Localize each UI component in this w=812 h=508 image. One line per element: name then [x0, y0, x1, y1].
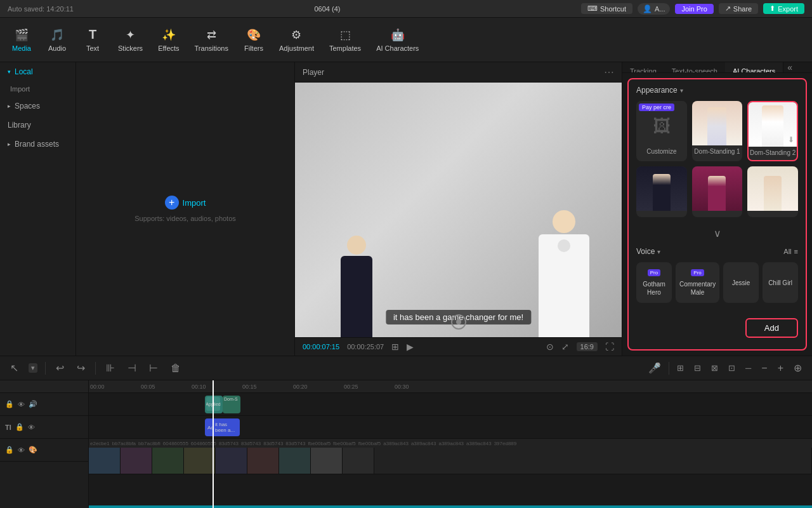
crop-button[interactable]: ⤢ [561, 342, 569, 352]
undo-button[interactable]: ↩ [53, 361, 67, 375]
timeline-tool-4[interactable]: ⊡ [726, 362, 738, 374]
play-button[interactable]: ▶ [407, 342, 414, 352]
playhead[interactable] [213, 380, 214, 508]
user-avatar[interactable]: 👤 A... [638, 3, 671, 15]
trim-left-button[interactable]: ⊣ [125, 361, 139, 375]
timeline-add-button[interactable]: ⊕ [791, 361, 804, 375]
clip-applied[interactable]: Applied [205, 396, 223, 413]
join-pro-button[interactable]: Join Pro [675, 4, 713, 14]
char-card-customize[interactable]: Pay per cre 🖼 Customize [636, 101, 687, 161]
share-button[interactable]: ↗ Share [719, 3, 758, 14]
nav-spaces[interactable]: ▸ Spaces [0, 97, 75, 116]
char-card-3[interactable] [636, 166, 687, 217]
nav-brand-assets[interactable]: ▸ Brand assets [0, 135, 75, 154]
eye-icon-1[interactable]: 👁 [18, 401, 25, 408]
eye-icon-3[interactable]: 👁 [18, 446, 25, 454]
lock-icon-1[interactable]: 🔒 [5, 400, 14, 408]
voice-all-button[interactable]: All ≡ [783, 248, 798, 255]
film-frame-9 [343, 448, 374, 474]
arrow-spaces: ▸ [8, 103, 11, 109]
toolbar-transitions[interactable]: ⇄ Transitions [188, 24, 235, 56]
text-icon: T [89, 27, 96, 42]
voice-collapse-icon: ▾ [657, 248, 660, 255]
dom2-label: Dom-Standing 2 [750, 149, 796, 156]
voice-section-title[interactable]: Voice ▾ [636, 247, 660, 256]
char-card-dom2[interactable]: ⬇ Dom-Standing 2 [747, 101, 798, 161]
split-button[interactable]: ⊪ [103, 361, 117, 375]
tab-tracking[interactable]: Tracking [622, 62, 664, 73]
film-frame-7 [279, 448, 311, 474]
voice-card-jessie[interactable]: Jessie [723, 262, 759, 303]
voice-grid: Pro Gotham Hero Pro Commentary Male Jess… [636, 262, 798, 303]
toolbar-sep-3 [669, 362, 669, 375]
timeline-right: 🎤 ⊞ ⊟ ⊠ ⊡ ─ − + ⊕ [646, 361, 804, 375]
show-more-characters[interactable]: ∨ [636, 227, 798, 239]
zoom-out-button[interactable]: − [759, 361, 769, 375]
tab-tts[interactable]: Text-to-speech [664, 62, 725, 73]
add-button[interactable]: Add [745, 318, 798, 338]
trim-right-button[interactable]: ⊢ [147, 361, 160, 375]
nav-local[interactable]: ▾ Local [0, 62, 75, 81]
toolbar-transitions-label: Transitions [195, 44, 228, 52]
appearance-section-title[interactable]: Appearance ▾ [636, 86, 798, 95]
tabs-collapse-button[interactable]: « [783, 62, 796, 72]
ruler-mark-5: 00:25 [344, 384, 358, 390]
lock-icon-2[interactable]: 🔒 [15, 423, 24, 431]
fullscreen-button[interactable]: ⛶ [605, 342, 614, 352]
toolbar-text[interactable]: T Text [76, 23, 109, 56]
lock-icon-3[interactable]: 🔒 [5, 446, 14, 454]
text-track-icon: TI [5, 424, 11, 431]
toolbar-stickers[interactable]: ✦ Stickers [112, 24, 149, 56]
audio-icon-1[interactable]: 🔊 [29, 400, 37, 408]
timeline-tool-5[interactable]: ─ [743, 362, 754, 374]
player-more-button[interactable]: ⋯ [604, 66, 614, 78]
right-panel: Tracking Text-to-speech AI Characters « … [622, 62, 812, 356]
toolbar-adjustment-label: Adjustment [279, 44, 314, 52]
export-button[interactable]: ⬆ Export [763, 3, 804, 14]
customize-card-img: Pay per cre 🖼 [636, 101, 687, 145]
record-button[interactable]: ⊙ [546, 342, 554, 352]
player-video: it has been a game changer for me! [295, 83, 622, 337]
eye-icon-2[interactable]: 👁 [28, 424, 35, 431]
commentary-pro-badge: Pro [691, 269, 704, 276]
appearance-collapse-icon: ▾ [680, 87, 683, 94]
toolbar-audio[interactable]: 🎵 Audio [41, 24, 74, 56]
film-frame-2 [121, 448, 152, 474]
clip-dom-standing[interactable]: Dom-S [223, 396, 240, 413]
keyboard-icon: ⌨ [587, 4, 598, 13]
timeline-tool-1[interactable]: ⊞ [674, 362, 686, 374]
ruler-mark-2: 00:10 [192, 384, 206, 390]
toolbar-effects[interactable]: ✨ Effects [152, 24, 185, 56]
toolbar-media[interactable]: 🎬 Media [5, 24, 38, 56]
paint-icon[interactable]: 🎨 [29, 446, 37, 454]
timeline-progress-bar [89, 505, 812, 508]
nav-library[interactable]: Library [0, 116, 75, 135]
voice-card-commentary[interactable]: Pro Commentary Male [676, 262, 719, 303]
toolbar-adjustment[interactable]: ⚙ Adjustment [273, 24, 320, 56]
toolbar-templates[interactable]: ⬚ Templates [323, 24, 367, 56]
timeline-tool-2[interactable]: ⊟ [691, 362, 704, 374]
voice-card-chill[interactable]: Chill Girl [763, 262, 798, 303]
tab-ai-characters[interactable]: AI Characters [725, 62, 783, 73]
mic-button[interactable]: 🎤 [646, 361, 664, 375]
char-card-dom1[interactable]: Dom-Standing 1 [692, 101, 743, 161]
grid-view-button[interactable]: ⊞ [391, 342, 399, 352]
delete-button[interactable]: 🗑 [168, 361, 183, 375]
import-button[interactable]: + Import [165, 196, 206, 210]
char-card-5[interactable] [747, 166, 798, 217]
shortcut-button[interactable]: ⌨ Shortcut [581, 3, 632, 14]
toolbar-filters[interactable]: 🎨 Filters [237, 24, 270, 56]
timeline-tool-3[interactable]: ⊠ [709, 362, 721, 374]
toolbar-ai-characters[interactable]: 🤖 AI Characters [370, 24, 425, 56]
nav-import[interactable]: Import [0, 81, 75, 97]
voice-card-gotham[interactable]: Pro Gotham Hero [636, 262, 672, 303]
redo-button[interactable]: ↪ [74, 361, 88, 375]
project-title: 0604 (4) [74, 5, 581, 13]
clip-text-subtitle[interactable]: Aα it has been a... [205, 418, 240, 436]
char-card-4[interactable] [692, 166, 743, 217]
select-tool[interactable]: ↖ [8, 361, 21, 375]
select-dropdown[interactable]: ▾ [29, 363, 37, 373]
nav-library-label: Library [8, 121, 31, 130]
aspect-ratio[interactable]: 16:9 [577, 342, 598, 351]
zoom-in-button[interactable]: + [775, 361, 786, 375]
